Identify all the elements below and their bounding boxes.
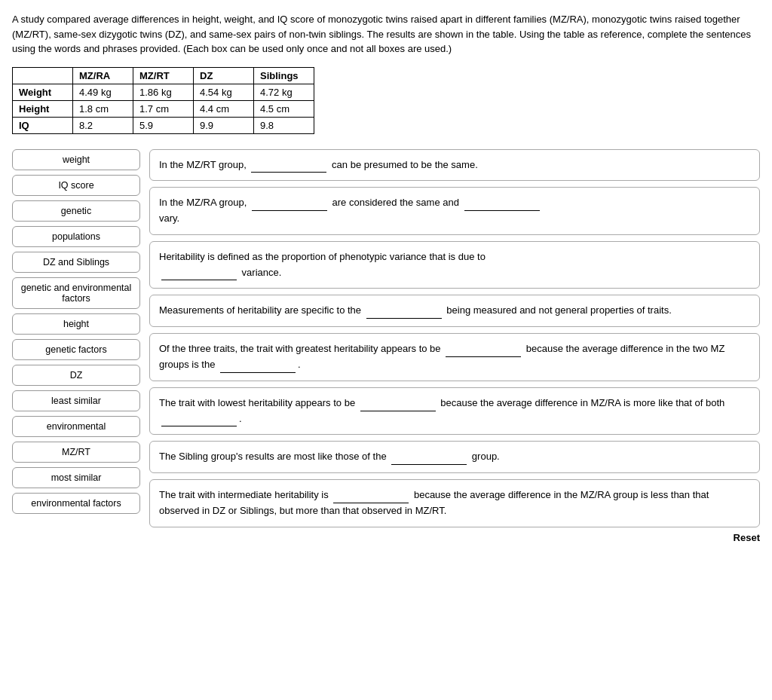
table-cell-1-3: 4.4 cm: [194, 100, 254, 117]
blank-5-2[interactable]: [220, 361, 296, 373]
sentence-box-7: The Sibling group's results are most lik…: [149, 441, 760, 473]
table-cell-1-2: 1.7 cm: [133, 100, 194, 117]
table-cell-2-4: 9.8: [254, 117, 314, 133]
sentence-box-3: Heritability is defined as the proportio…: [149, 241, 760, 289]
sentence-text: The trait with intermediate heritability…: [159, 489, 709, 516]
table-cell-0-0: Weight: [13, 84, 73, 100]
sentence-text: The trait with lowest heritability appea…: [159, 397, 725, 424]
sentence-text: The Sibling group's results are most lik…: [159, 451, 500, 462]
sentences-column: In the MZ/RT group, can be presumed to b…: [149, 149, 760, 527]
intro-text: A study compared average differences in …: [12, 12, 760, 57]
table-header-1: MZ/RA: [73, 67, 133, 84]
table-cell-2-2: 5.9: [133, 117, 194, 133]
table-row-2: IQ8.25.99.99.8: [13, 117, 314, 133]
word-item-9[interactable]: least similar: [12, 390, 140, 411]
blank-2-2[interactable]: [464, 199, 540, 211]
word-item-8[interactable]: DZ: [12, 365, 140, 386]
table-cell-2-3: 9.9: [194, 117, 254, 133]
word-item-1[interactable]: IQ score: [12, 175, 140, 196]
word-item-0[interactable]: weight: [12, 149, 140, 170]
blank-4-1[interactable]: [366, 307, 442, 319]
blank-6-1[interactable]: [360, 399, 436, 411]
table-cell-0-3: 4.54 kg: [194, 84, 254, 100]
blank-1-1[interactable]: [251, 160, 326, 173]
word-item-3[interactable]: populations: [12, 226, 140, 247]
word-item-7[interactable]: genetic factors: [12, 339, 140, 360]
main-layout: weightIQ scoregeneticpopulationsDZ and S…: [12, 149, 760, 527]
table-cell-2-1: 8.2: [73, 117, 133, 133]
table-header-3: DZ: [194, 67, 254, 84]
reset-row: Reset: [12, 527, 760, 543]
table-cell-0-4: 4.72 kg: [254, 84, 314, 100]
table-header-2: MZ/RT: [133, 67, 194, 84]
blank-3-1[interactable]: [161, 268, 237, 280]
sentence-box-6: The trait with lowest heritability appea…: [149, 387, 760, 436]
table-cell-0-1: 4.49 kg: [73, 84, 133, 100]
word-item-6[interactable]: height: [12, 313, 140, 335]
word-item-2[interactable]: genetic: [12, 200, 140, 222]
blank-2-1[interactable]: [252, 199, 327, 211]
sentence-box-1: In the MZ/RT group, can be presumed to b…: [149, 149, 760, 182]
reset-button[interactable]: Reset: [734, 532, 760, 543]
word-bank: weightIQ scoregeneticpopulationsDZ and S…: [12, 149, 140, 527]
table-header-4: Siblings: [254, 67, 314, 84]
word-item-10[interactable]: environmental: [12, 416, 140, 437]
blank-7-1[interactable]: [391, 453, 467, 465]
word-item-13[interactable]: environmental factors: [12, 493, 140, 514]
table-cell-1-1: 1.8 cm: [73, 100, 133, 117]
sentence-text: In the MZ/RA group, are considered the s…: [159, 197, 542, 224]
word-item-5[interactable]: genetic and environmental factors: [12, 277, 140, 309]
sentence-box-4: Measurements of heritability are specifi…: [149, 295, 760, 327]
word-item-4[interactable]: DZ and Siblings: [12, 252, 140, 273]
table-row-1: Height1.8 cm1.7 cm4.4 cm4.5 cm: [13, 100, 314, 117]
blank-5-1[interactable]: [446, 345, 521, 357]
table-cell-0-2: 1.86 kg: [133, 84, 194, 100]
table-row-0: Weight4.49 kg1.86 kg4.54 kg4.72 kg: [13, 84, 314, 100]
sentence-box-5: Of the three traits, the trait with grea…: [149, 333, 760, 381]
data-table: MZ/RAMZ/RTDZSiblings Weight4.49 kg1.86 k…: [12, 67, 314, 134]
word-item-11[interactable]: MZ/RT: [12, 442, 140, 463]
sentence-text: Heritability is defined as the proportio…: [159, 251, 486, 278]
sentence-text: In the MZ/RT group, can be presumed to b…: [159, 159, 478, 170]
table-cell-2-0: IQ: [13, 117, 73, 133]
table-cell-1-4: 4.5 cm: [254, 100, 314, 117]
table-header-0: [13, 67, 73, 84]
sentence-box-8: The trait with intermediate heritability…: [149, 479, 760, 527]
sentence-text: Measurements of heritability are specifi…: [159, 304, 672, 316]
blank-6-2[interactable]: [161, 414, 237, 426]
sentence-box-2: In the MZ/RA group, are considered the s…: [149, 187, 760, 235]
table-cell-1-0: Height: [13, 100, 73, 117]
sentence-text: Of the three traits, the trait with grea…: [159, 343, 725, 370]
word-item-12[interactable]: most similar: [12, 467, 140, 488]
blank-8-1[interactable]: [333, 491, 409, 503]
